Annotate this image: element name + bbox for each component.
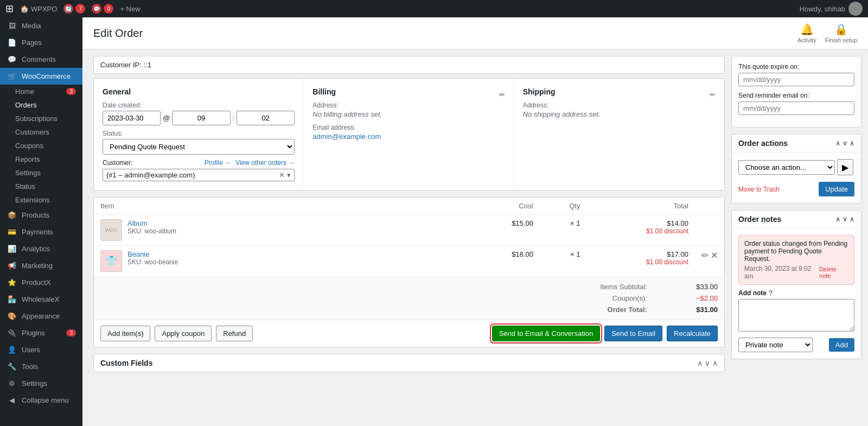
- sidebar-item-home[interactable]: Home 3: [15, 85, 82, 98]
- order-action-go-button[interactable]: ▶: [837, 159, 853, 175]
- collapse-icon[interactable]: ∧: [712, 359, 718, 367]
- finish-setup-button[interactable]: 🔒 Finish setup: [825, 23, 857, 43]
- customer-ip-text: Customer IP: ::1: [100, 61, 151, 69]
- sidebar-item-plugins[interactable]: 🔌 Plugins 3: [0, 325, 82, 341]
- album-discount: $1.00 discount: [593, 227, 688, 235]
- sidebar-item-media[interactable]: 🖼 Media: [0, 17, 82, 34]
- update-button[interactable]: Update: [819, 182, 854, 196]
- chevron-down-icon[interactable]: ▾: [287, 171, 291, 179]
- date-label: Date created:: [103, 101, 295, 109]
- beanie-cost: $18.00: [472, 246, 540, 277]
- add-note-textarea[interactable]: [738, 299, 854, 332]
- beanie-qty: × 1: [540, 246, 587, 277]
- collapse-icon3[interactable]: ∧: [850, 215, 854, 223]
- sidebar-item-payments[interactable]: 💳 Payments: [0, 224, 82, 240]
- wp-logo-icon[interactable]: ⊞: [5, 3, 14, 15]
- site-name[interactable]: 🏠 WPXPO: [20, 5, 57, 13]
- delete-note-link[interactable]: Delete note: [819, 266, 848, 279]
- sidebar-item-wholesalex[interactable]: 🏪 WholesaleX: [0, 291, 82, 308]
- clear-icon[interactable]: ✕: [279, 171, 285, 179]
- sidebar-item-comments[interactable]: 💬 Comments: [0, 51, 82, 68]
- billing-address-text: No billing address set.: [312, 110, 505, 118]
- sidebar-item-appearance[interactable]: 🎨 Appearance: [0, 308, 82, 325]
- sidebar-item-users[interactable]: 👤 Users: [0, 341, 82, 358]
- sidebar-item-settings2[interactable]: ⚙ Settings: [0, 375, 82, 392]
- chevron-down-icon4[interactable]: ∨: [843, 215, 847, 223]
- item-details-beanie: Beanie SKU: woo-beanie: [127, 250, 178, 266]
- order-total-label: Order Total:: [608, 306, 647, 314]
- custom-fields-collapse[interactable]: ∧ ∨ ∧: [697, 359, 718, 367]
- sidebar-item-collapse-menu[interactable]: ◀ Collapse menu: [0, 392, 82, 409]
- status-select[interactable]: Pending Quote Request: [103, 139, 295, 155]
- quote-expire-input[interactable]: [738, 73, 854, 86]
- sidebar-item-orders[interactable]: Orders: [15, 98, 82, 112]
- comments-item[interactable]: 💬 0: [92, 4, 113, 14]
- table-row: 👕 Beanie SKU: woo-beanie $18.00 × 1: [94, 246, 724, 277]
- chevron-down-icon3[interactable]: ∨: [843, 139, 847, 147]
- sidebar-item-extensions[interactable]: Extensions: [15, 193, 82, 207]
- right-sidebar: This quote expire on: Send reminder emai…: [731, 56, 861, 426]
- sidebar-item-products[interactable]: 📦 Products: [0, 207, 82, 224]
- order-notes-body: Order status changed from Pending paymen…: [732, 228, 861, 359]
- view-other-orders-link[interactable]: View other orders →: [235, 159, 295, 167]
- customer-value-text: (#1 – admin@example.com): [106, 171, 279, 179]
- note-footer: Private note Note to customer Add: [738, 338, 854, 352]
- customer-select-row[interactable]: (#1 – admin@example.com) ✕ ▾: [103, 169, 295, 181]
- item-thumb-album: WOO: [100, 219, 122, 241]
- refund-button[interactable]: Refund: [216, 326, 253, 341]
- move-to-trash-link[interactable]: Move to Trash: [738, 186, 780, 193]
- sidebar-item-settings[interactable]: Settings: [15, 166, 82, 180]
- recalculate-button[interactable]: Recalculate: [667, 326, 718, 341]
- subtotal-amount: $33.00: [680, 283, 718, 291]
- shipping-edit-icon[interactable]: ✏: [710, 91, 716, 99]
- sidebar-item-analytics[interactable]: 📊 Analytics: [0, 240, 82, 257]
- note-item: Order status changed from Pending paymen…: [738, 235, 854, 285]
- status-label: Status:: [103, 130, 295, 137]
- collapse-icon2[interactable]: ∧: [850, 139, 854, 147]
- order-actions-collapse[interactable]: ∧ ∨ ∧: [835, 139, 854, 147]
- sidebar-item-customers[interactable]: Customers: [15, 125, 82, 139]
- delete-item-icon[interactable]: ✕: [711, 250, 718, 260]
- add-items-button[interactable]: Add item(s): [100, 326, 150, 341]
- chevron-up-icon[interactable]: ∧: [697, 359, 703, 367]
- sidebar-item-reports[interactable]: Reports: [15, 152, 82, 166]
- activity-icon: 🔔: [800, 23, 814, 36]
- apply-coupon-button[interactable]: Apply coupon: [155, 326, 212, 341]
- profile-link[interactable]: Profile →: [205, 159, 231, 167]
- order-meta-grid: General Date created: @ : Status: Pendin…: [93, 78, 725, 190]
- billing-email-link[interactable]: admin@example.com: [312, 132, 381, 141]
- sidebar-item-woocommerce[interactable]: 🛒 WooCommerce: [0, 68, 82, 85]
- send-email-conversation-button[interactable]: Send to Email & Conversation: [492, 326, 600, 341]
- sidebar-item-tools[interactable]: 🔧 Tools: [0, 358, 82, 375]
- reminder-input[interactable]: [738, 101, 854, 115]
- billing-edit-icon[interactable]: ✏: [499, 91, 505, 99]
- shipping-address-label: Address:: [523, 101, 716, 109]
- chevron-up-icon2[interactable]: ∧: [835, 139, 840, 147]
- order-action-select[interactable]: Choose an action...: [738, 160, 835, 175]
- sidebar-item-coupons[interactable]: Coupons: [15, 139, 82, 152]
- hour-input[interactable]: [172, 111, 230, 125]
- chevron-down-icon2[interactable]: ∨: [705, 359, 710, 367]
- sidebar-item-subscriptions[interactable]: Subscriptions: [15, 112, 82, 125]
- album-total: $14.00 $1.00 discount: [586, 215, 695, 246]
- new-content-button[interactable]: + New: [120, 5, 140, 13]
- activity-button[interactable]: 🔔 Activity: [797, 23, 816, 43]
- album-link[interactable]: Album: [127, 219, 148, 227]
- item-details-album: Album SKU: woo-album: [127, 219, 176, 235]
- note-type-select[interactable]: Private note Note to customer: [738, 338, 813, 352]
- sidebar-item-productx[interactable]: ⭐ ProductX: [0, 274, 82, 291]
- sidebar-item-marketing[interactable]: 📢 Marketing: [0, 257, 82, 274]
- beanie-link[interactable]: Beanie: [127, 250, 149, 258]
- edit-item-icon[interactable]: ✏: [701, 250, 709, 260]
- date-input[interactable]: [103, 111, 161, 125]
- add-note-button[interactable]: Add: [829, 338, 854, 352]
- order-notes-collapse[interactable]: ∧ ∨ ∧: [835, 215, 854, 223]
- send-email-button[interactable]: Send to Email: [604, 326, 662, 341]
- updates-item[interactable]: 🔄 7: [63, 4, 85, 14]
- admin-bar: ⊞ 🏠 WPXPO 🔄 7 💬 0 + New Howdy, shihab: [0, 0, 868, 17]
- chevron-up-icon3[interactable]: ∧: [835, 215, 840, 223]
- quote-section: This quote expire on: Send reminder emai…: [731, 56, 861, 128]
- sidebar-item-status[interactable]: Status: [15, 180, 82, 193]
- sidebar-item-pages[interactable]: 📄 Pages: [0, 34, 82, 51]
- min-input[interactable]: [237, 111, 295, 125]
